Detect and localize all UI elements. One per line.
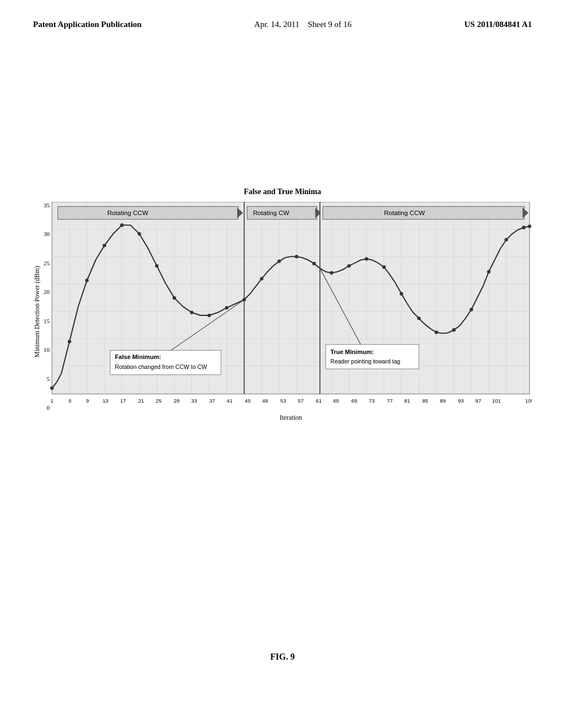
svg-text:77: 77 xyxy=(387,398,393,404)
svg-point-73 xyxy=(452,328,455,331)
svg-point-69 xyxy=(382,265,386,269)
svg-point-77 xyxy=(522,226,525,229)
svg-text:101: 101 xyxy=(492,398,501,404)
svg-text:True Minimum:: True Minimum: xyxy=(331,349,374,355)
header-date: Apr. 14, 2011 xyxy=(254,20,300,29)
svg-point-57 xyxy=(173,296,176,299)
svg-point-78 xyxy=(528,224,531,228)
svg-text:Rotation changed from CCW to C: Rotation changed from CCW to CW xyxy=(115,363,207,370)
svg-point-66 xyxy=(330,271,333,275)
svg-text:85: 85 xyxy=(423,398,429,404)
svg-text:45: 45 xyxy=(245,398,251,404)
svg-text:89: 89 xyxy=(440,398,446,404)
svg-point-50 xyxy=(50,387,54,390)
svg-point-75 xyxy=(487,270,491,274)
page-header: Patent Application Publication Apr. 14, … xyxy=(0,0,565,29)
svg-point-60 xyxy=(225,306,228,309)
y-axis-label: Minimum Detection Power (dBm) xyxy=(33,202,41,422)
svg-text:Rotating CW: Rotating CW xyxy=(253,209,289,216)
svg-text:17: 17 xyxy=(120,398,126,404)
svg-text:False Minimum:: False Minimum: xyxy=(115,354,161,360)
svg-text:33: 33 xyxy=(191,398,197,404)
svg-text:Reader pointing toward tag: Reader pointing toward tag xyxy=(331,358,401,365)
svg-point-56 xyxy=(155,264,158,267)
svg-point-65 xyxy=(312,262,316,265)
svg-text:105: 105 xyxy=(525,398,532,404)
chart-container: False and True Minima Minimum Detection … xyxy=(33,188,532,422)
svg-point-68 xyxy=(365,257,368,260)
svg-text:49: 49 xyxy=(262,398,268,404)
svg-text:97: 97 xyxy=(476,398,482,404)
header-left: Patent Application Publication xyxy=(33,20,142,29)
svg-text:Rotating CCW: Rotating CCW xyxy=(384,209,425,216)
x-axis-label: Iteration xyxy=(50,414,532,422)
svg-point-70 xyxy=(399,292,403,296)
svg-point-76 xyxy=(504,238,508,241)
svg-point-51 xyxy=(68,340,71,343)
svg-text:25: 25 xyxy=(156,398,162,404)
header-right: US 2011/084841 A1 xyxy=(464,20,532,29)
chart-svg: Rotating CCW Rotating CW Rotating CCW xyxy=(50,202,532,411)
svg-text:81: 81 xyxy=(404,398,411,404)
chart-area: Rotating CCW Rotating CW Rotating CCW xyxy=(50,202,532,422)
svg-point-53 xyxy=(103,244,106,247)
svg-text:29: 29 xyxy=(174,398,180,404)
svg-point-54 xyxy=(120,223,124,227)
svg-text:53: 53 xyxy=(280,398,286,404)
svg-point-72 xyxy=(435,330,438,334)
svg-text:Rotating CCW: Rotating CCW xyxy=(108,209,148,216)
svg-text:21: 21 xyxy=(138,398,144,404)
svg-point-63 xyxy=(278,260,281,263)
svg-text:73: 73 xyxy=(369,398,375,404)
chart-title: False and True Minima xyxy=(33,188,532,196)
svg-point-67 xyxy=(347,264,350,267)
svg-text:61: 61 xyxy=(316,398,322,404)
svg-text:13: 13 xyxy=(103,398,109,404)
fig-label: FIG. 9 xyxy=(0,652,565,662)
svg-text:65: 65 xyxy=(333,398,339,404)
header-center: Apr. 14, 2011 Sheet 9 of 16 xyxy=(254,20,352,29)
svg-point-71 xyxy=(417,317,420,320)
chart-wrap: Minimum Detection Power (dBm) 35 30 25 2… xyxy=(33,202,532,422)
svg-point-64 xyxy=(295,255,298,258)
svg-point-55 xyxy=(137,232,141,235)
svg-text:93: 93 xyxy=(458,398,464,404)
svg-point-58 xyxy=(190,311,193,314)
svg-text:69: 69 xyxy=(351,398,358,404)
y-ticks: 35 30 25 20 15 10 5 0 xyxy=(44,202,50,422)
svg-text:1: 1 xyxy=(51,398,54,404)
svg-point-62 xyxy=(260,277,263,280)
svg-text:5: 5 xyxy=(68,398,71,404)
svg-point-52 xyxy=(85,279,88,282)
svg-text:37: 37 xyxy=(209,398,215,404)
svg-text:9: 9 xyxy=(86,398,89,404)
svg-point-59 xyxy=(207,314,211,317)
svg-text:57: 57 xyxy=(298,398,304,404)
svg-point-74 xyxy=(470,308,473,311)
header-sheet: Sheet 9 of 16 xyxy=(308,20,352,29)
svg-text:41: 41 xyxy=(227,398,233,404)
